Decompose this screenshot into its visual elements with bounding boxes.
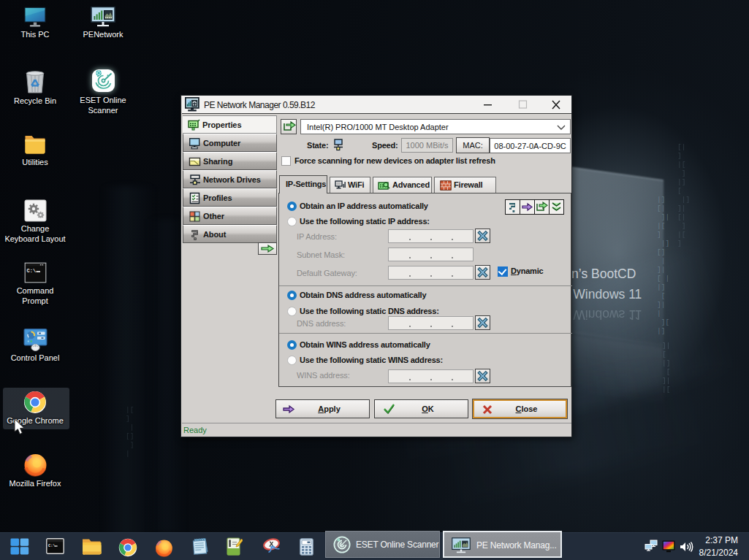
- svg-text:C:\: C:\: [48, 544, 56, 548]
- svg-text:C:\: C:\: [26, 268, 36, 274]
